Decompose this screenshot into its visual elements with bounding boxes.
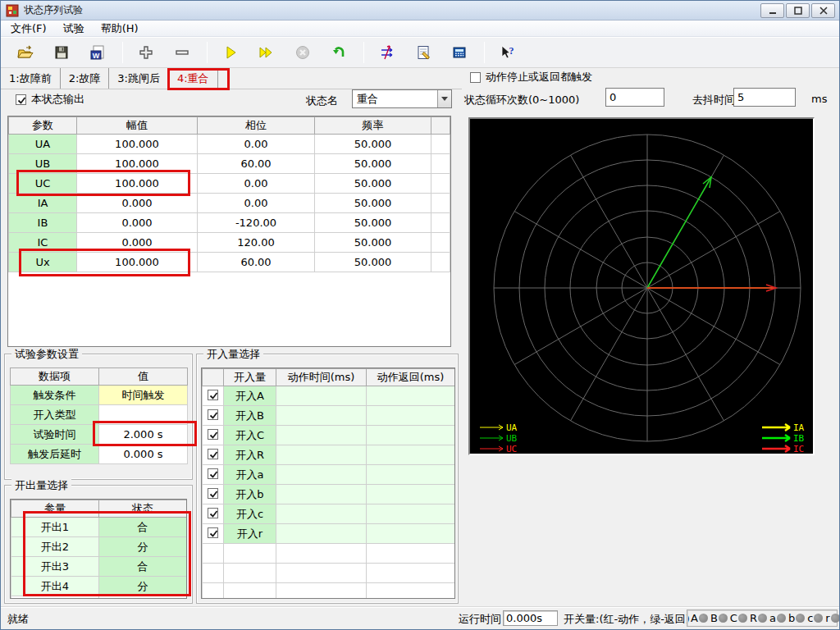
act-time-cell — [276, 445, 367, 465]
act-return-cell — [367, 426, 455, 445]
frequency-cell[interactable]: 50.000 — [315, 154, 431, 174]
value-cell[interactable] — [99, 405, 188, 425]
amplitude-cell[interactable]: 100.000 — [77, 174, 198, 194]
phase-cell[interactable]: 60.00 — [198, 253, 315, 272]
output-name: 开出4 — [11, 577, 99, 596]
loop-count-label: 状态循环次数(0~1000) — [464, 93, 579, 107]
phase-cell[interactable]: 0.00 — [198, 194, 315, 213]
act-time-cell — [276, 504, 367, 524]
frequency-cell[interactable]: 50.000 — [315, 135, 431, 154]
context-help-icon: ? — [499, 44, 517, 61]
phasor-vectors — [647, 177, 776, 291]
act-time-cell — [276, 524, 367, 544]
tab-state-3[interactable]: 3:跳闸后 — [109, 68, 169, 89]
run-continuous-button[interactable] — [252, 40, 281, 65]
input-enable-checkbox[interactable] — [208, 429, 218, 440]
frequency-cell[interactable]: 50.000 — [315, 233, 431, 253]
input-enable-checkbox[interactable] — [208, 527, 218, 538]
param-name: UA — [9, 135, 77, 154]
frequency-cell[interactable]: 50.000 — [315, 253, 431, 272]
act-time-cell — [276, 426, 367, 445]
amplitude-cell[interactable]: 0.000 — [77, 233, 198, 253]
export-word-button[interactable]: W — [83, 40, 112, 65]
input-enable-checkbox[interactable] — [208, 488, 218, 499]
maximize-button[interactable] — [786, 3, 810, 18]
frequency-cell[interactable]: 50.000 — [315, 174, 431, 194]
maximize-icon — [793, 7, 803, 15]
toolbar-separator — [207, 42, 208, 63]
phase-cell[interactable]: 0.00 — [198, 135, 315, 154]
export-word-icon: W — [89, 44, 107, 61]
close-button[interactable] — [811, 3, 835, 18]
value-cell[interactable]: 2.000 s — [99, 425, 188, 445]
open-button[interactable] — [11, 40, 40, 65]
title-bar: 状态序列试验 — [1, 1, 839, 21]
amplitude-cell[interactable]: 0.000 — [77, 194, 198, 213]
calculator-button[interactable] — [445, 40, 474, 65]
output-state[interactable]: 分 — [99, 577, 187, 596]
undo-button[interactable] — [324, 40, 354, 65]
phase-cell[interactable]: -120.00 — [198, 213, 315, 233]
save-button[interactable] — [47, 40, 76, 65]
add-state-button[interactable] — [131, 40, 161, 65]
amplitude-cell[interactable]: 0.000 — [77, 213, 198, 233]
col-header-output-state: 状态 — [99, 500, 187, 518]
phase-cell[interactable]: 60.00 — [198, 154, 315, 174]
close-icon — [819, 7, 829, 15]
table-row: 开入类型 — [11, 405, 188, 425]
amplitude-cell[interactable]: 100.000 — [77, 154, 198, 174]
run-button[interactable] — [216, 40, 245, 65]
input-enable-checkbox[interactable] — [208, 468, 218, 479]
state-output-row: 本状态输出 — [16, 92, 84, 107]
menu-file[interactable]: 文件(F) — [2, 20, 55, 38]
runtime-value: 0.000s — [503, 610, 558, 626]
tab-state-2[interactable]: 2:故障 — [61, 68, 110, 89]
minimize-button[interactable] — [760, 3, 784, 18]
menu-test[interactable]: 试验 — [55, 20, 93, 38]
table-row: IC0.000120.0050.000 — [9, 233, 450, 253]
input-enable-checkbox[interactable] — [208, 449, 218, 459]
act-time-cell — [276, 386, 367, 406]
output-state[interactable]: 合 — [99, 557, 187, 577]
amplitude-cell[interactable]: 100.000 — [77, 135, 198, 154]
state-name-select[interactable]: 重合 — [352, 89, 452, 108]
output-state[interactable]: 合 — [99, 518, 187, 537]
report-button[interactable] — [409, 40, 438, 65]
output-name: 开出1 — [11, 518, 99, 537]
phasor-chart-canvas: UA UB UC IA IB IC — [470, 119, 813, 454]
phasor-view-icon — [379, 44, 395, 61]
phase-cell[interactable]: 120.00 — [198, 233, 315, 253]
add-icon — [138, 44, 154, 61]
tab-state-1[interactable]: 1:故障前 — [1, 68, 61, 89]
frequency-cell[interactable]: 50.000 — [315, 213, 431, 233]
tab-state-4[interactable]: 4:重合 — [169, 68, 218, 89]
trigger-mode-checkbox[interactable] — [470, 72, 481, 83]
input-enable-checkbox[interactable] — [208, 508, 218, 518]
amplitude-cell[interactable]: 100.000 — [77, 253, 198, 272]
value-cell[interactable]: 0.000 s — [99, 445, 188, 464]
stop-button[interactable] — [288, 40, 317, 65]
table-row — [203, 564, 455, 583]
loop-count-input[interactable] — [605, 88, 664, 107]
act-return-cell — [367, 485, 455, 504]
input-enable-checkbox[interactable] — [208, 409, 218, 420]
context-help-button[interactable]: ? — [493, 40, 523, 65]
state-output-label: 本状态输出 — [31, 92, 84, 107]
output-select-group: 开出量选择 参量 状态 开出1合 开出2分 开出3合 开出4分 — [4, 485, 193, 604]
output-state[interactable]: 分 — [99, 537, 187, 557]
menu-help[interactable]: 帮助(H) — [93, 20, 147, 38]
phase-cell[interactable]: 0.00 — [198, 174, 315, 194]
col-header-output-param: 参量 — [11, 500, 99, 518]
input-name: 开入a — [224, 465, 276, 485]
phasor-view-button[interactable] — [372, 40, 402, 65]
input-enable-checkbox[interactable] — [208, 390, 218, 400]
input-name: 开入b — [224, 485, 276, 504]
indicator-B: B — [710, 612, 728, 624]
remove-state-button[interactable] — [167, 40, 197, 65]
indicator-dot — [777, 614, 786, 623]
value-cell[interactable]: 时间触发 — [99, 386, 188, 405]
indicator-a: a — [769, 612, 786, 624]
frequency-cell[interactable]: 50.000 — [315, 194, 431, 213]
state-output-checkbox[interactable] — [16, 94, 26, 105]
debounce-input[interactable] — [733, 88, 796, 107]
